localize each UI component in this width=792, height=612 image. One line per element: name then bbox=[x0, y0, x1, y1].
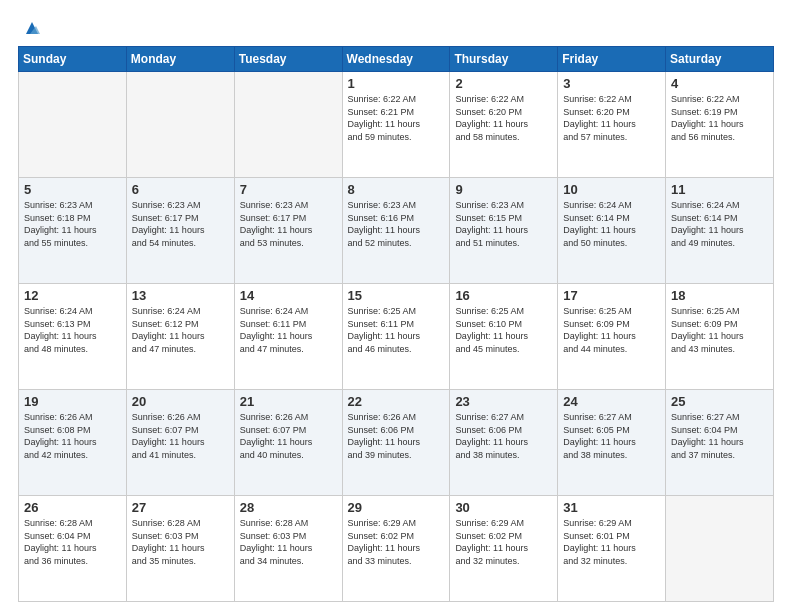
day-info: Sunrise: 6:29 AM Sunset: 6:02 PM Dayligh… bbox=[348, 517, 445, 567]
calendar-cell: 8Sunrise: 6:23 AM Sunset: 6:16 PM Daylig… bbox=[342, 178, 450, 284]
calendar-cell: 16Sunrise: 6:25 AM Sunset: 6:10 PM Dayli… bbox=[450, 284, 558, 390]
calendar-cell: 19Sunrise: 6:26 AM Sunset: 6:08 PM Dayli… bbox=[19, 390, 127, 496]
day-info: Sunrise: 6:26 AM Sunset: 6:08 PM Dayligh… bbox=[24, 411, 121, 461]
calendar-week-row: 26Sunrise: 6:28 AM Sunset: 6:04 PM Dayli… bbox=[19, 496, 774, 602]
day-number: 28 bbox=[240, 500, 337, 515]
calendar-week-row: 19Sunrise: 6:26 AM Sunset: 6:08 PM Dayli… bbox=[19, 390, 774, 496]
day-info: Sunrise: 6:22 AM Sunset: 6:19 PM Dayligh… bbox=[671, 93, 768, 143]
day-info: Sunrise: 6:28 AM Sunset: 6:03 PM Dayligh… bbox=[132, 517, 229, 567]
day-number: 4 bbox=[671, 76, 768, 91]
day-number: 6 bbox=[132, 182, 229, 197]
page: SundayMondayTuesdayWednesdayThursdayFrid… bbox=[0, 0, 792, 612]
day-info: Sunrise: 6:22 AM Sunset: 6:20 PM Dayligh… bbox=[563, 93, 660, 143]
calendar-cell bbox=[126, 72, 234, 178]
day-info: Sunrise: 6:24 AM Sunset: 6:14 PM Dayligh… bbox=[563, 199, 660, 249]
calendar-cell: 5Sunrise: 6:23 AM Sunset: 6:18 PM Daylig… bbox=[19, 178, 127, 284]
day-info: Sunrise: 6:25 AM Sunset: 6:09 PM Dayligh… bbox=[563, 305, 660, 355]
day-info: Sunrise: 6:24 AM Sunset: 6:12 PM Dayligh… bbox=[132, 305, 229, 355]
day-info: Sunrise: 6:27 AM Sunset: 6:04 PM Dayligh… bbox=[671, 411, 768, 461]
day-info: Sunrise: 6:22 AM Sunset: 6:21 PM Dayligh… bbox=[348, 93, 445, 143]
calendar-cell: 9Sunrise: 6:23 AM Sunset: 6:15 PM Daylig… bbox=[450, 178, 558, 284]
weekday-header-sunday: Sunday bbox=[19, 47, 127, 72]
day-info: Sunrise: 6:29 AM Sunset: 6:02 PM Dayligh… bbox=[455, 517, 552, 567]
calendar-cell: 3Sunrise: 6:22 AM Sunset: 6:20 PM Daylig… bbox=[558, 72, 666, 178]
calendar-cell bbox=[666, 496, 774, 602]
day-info: Sunrise: 6:24 AM Sunset: 6:14 PM Dayligh… bbox=[671, 199, 768, 249]
calendar-week-row: 1Sunrise: 6:22 AM Sunset: 6:21 PM Daylig… bbox=[19, 72, 774, 178]
calendar-cell: 30Sunrise: 6:29 AM Sunset: 6:02 PM Dayli… bbox=[450, 496, 558, 602]
weekday-header-row: SundayMondayTuesdayWednesdayThursdayFrid… bbox=[19, 47, 774, 72]
day-number: 2 bbox=[455, 76, 552, 91]
day-info: Sunrise: 6:25 AM Sunset: 6:10 PM Dayligh… bbox=[455, 305, 552, 355]
day-info: Sunrise: 6:26 AM Sunset: 6:07 PM Dayligh… bbox=[132, 411, 229, 461]
calendar-cell: 20Sunrise: 6:26 AM Sunset: 6:07 PM Dayli… bbox=[126, 390, 234, 496]
calendar-cell: 13Sunrise: 6:24 AM Sunset: 6:12 PM Dayli… bbox=[126, 284, 234, 390]
day-number: 30 bbox=[455, 500, 552, 515]
day-number: 22 bbox=[348, 394, 445, 409]
day-number: 21 bbox=[240, 394, 337, 409]
calendar-cell: 29Sunrise: 6:29 AM Sunset: 6:02 PM Dayli… bbox=[342, 496, 450, 602]
day-number: 9 bbox=[455, 182, 552, 197]
calendar-cell: 14Sunrise: 6:24 AM Sunset: 6:11 PM Dayli… bbox=[234, 284, 342, 390]
day-info: Sunrise: 6:29 AM Sunset: 6:01 PM Dayligh… bbox=[563, 517, 660, 567]
calendar-cell: 2Sunrise: 6:22 AM Sunset: 6:20 PM Daylig… bbox=[450, 72, 558, 178]
day-info: Sunrise: 6:26 AM Sunset: 6:06 PM Dayligh… bbox=[348, 411, 445, 461]
day-number: 23 bbox=[455, 394, 552, 409]
day-number: 10 bbox=[563, 182, 660, 197]
calendar-cell: 15Sunrise: 6:25 AM Sunset: 6:11 PM Dayli… bbox=[342, 284, 450, 390]
calendar-cell: 31Sunrise: 6:29 AM Sunset: 6:01 PM Dayli… bbox=[558, 496, 666, 602]
calendar-cell: 4Sunrise: 6:22 AM Sunset: 6:19 PM Daylig… bbox=[666, 72, 774, 178]
calendar-cell: 11Sunrise: 6:24 AM Sunset: 6:14 PM Dayli… bbox=[666, 178, 774, 284]
day-number: 19 bbox=[24, 394, 121, 409]
calendar-cell: 22Sunrise: 6:26 AM Sunset: 6:06 PM Dayli… bbox=[342, 390, 450, 496]
day-number: 24 bbox=[563, 394, 660, 409]
day-info: Sunrise: 6:28 AM Sunset: 6:03 PM Dayligh… bbox=[240, 517, 337, 567]
weekday-header-friday: Friday bbox=[558, 47, 666, 72]
day-number: 12 bbox=[24, 288, 121, 303]
day-info: Sunrise: 6:22 AM Sunset: 6:20 PM Dayligh… bbox=[455, 93, 552, 143]
day-number: 11 bbox=[671, 182, 768, 197]
day-info: Sunrise: 6:28 AM Sunset: 6:04 PM Dayligh… bbox=[24, 517, 121, 567]
day-number: 18 bbox=[671, 288, 768, 303]
day-info: Sunrise: 6:23 AM Sunset: 6:17 PM Dayligh… bbox=[240, 199, 337, 249]
calendar-cell: 21Sunrise: 6:26 AM Sunset: 6:07 PM Dayli… bbox=[234, 390, 342, 496]
day-number: 17 bbox=[563, 288, 660, 303]
day-number: 31 bbox=[563, 500, 660, 515]
calendar-cell: 18Sunrise: 6:25 AM Sunset: 6:09 PM Dayli… bbox=[666, 284, 774, 390]
day-number: 29 bbox=[348, 500, 445, 515]
day-number: 3 bbox=[563, 76, 660, 91]
day-number: 8 bbox=[348, 182, 445, 197]
day-info: Sunrise: 6:24 AM Sunset: 6:11 PM Dayligh… bbox=[240, 305, 337, 355]
calendar-cell: 17Sunrise: 6:25 AM Sunset: 6:09 PM Dayli… bbox=[558, 284, 666, 390]
calendar-cell bbox=[19, 72, 127, 178]
logo bbox=[18, 18, 42, 38]
day-info: Sunrise: 6:27 AM Sunset: 6:06 PM Dayligh… bbox=[455, 411, 552, 461]
weekday-header-monday: Monday bbox=[126, 47, 234, 72]
day-info: Sunrise: 6:24 AM Sunset: 6:13 PM Dayligh… bbox=[24, 305, 121, 355]
calendar-week-row: 5Sunrise: 6:23 AM Sunset: 6:18 PM Daylig… bbox=[19, 178, 774, 284]
day-number: 5 bbox=[24, 182, 121, 197]
day-info: Sunrise: 6:23 AM Sunset: 6:16 PM Dayligh… bbox=[348, 199, 445, 249]
calendar-cell: 25Sunrise: 6:27 AM Sunset: 6:04 PM Dayli… bbox=[666, 390, 774, 496]
calendar-table: SundayMondayTuesdayWednesdayThursdayFrid… bbox=[18, 46, 774, 602]
calendar-cell: 10Sunrise: 6:24 AM Sunset: 6:14 PM Dayli… bbox=[558, 178, 666, 284]
calendar-cell: 23Sunrise: 6:27 AM Sunset: 6:06 PM Dayli… bbox=[450, 390, 558, 496]
calendar-cell: 26Sunrise: 6:28 AM Sunset: 6:04 PM Dayli… bbox=[19, 496, 127, 602]
day-number: 14 bbox=[240, 288, 337, 303]
day-number: 13 bbox=[132, 288, 229, 303]
day-info: Sunrise: 6:27 AM Sunset: 6:05 PM Dayligh… bbox=[563, 411, 660, 461]
calendar-cell: 28Sunrise: 6:28 AM Sunset: 6:03 PM Dayli… bbox=[234, 496, 342, 602]
calendar-cell bbox=[234, 72, 342, 178]
logo-icon bbox=[22, 18, 42, 38]
day-number: 7 bbox=[240, 182, 337, 197]
day-number: 1 bbox=[348, 76, 445, 91]
calendar-cell: 27Sunrise: 6:28 AM Sunset: 6:03 PM Dayli… bbox=[126, 496, 234, 602]
day-info: Sunrise: 6:26 AM Sunset: 6:07 PM Dayligh… bbox=[240, 411, 337, 461]
day-number: 16 bbox=[455, 288, 552, 303]
calendar-cell: 24Sunrise: 6:27 AM Sunset: 6:05 PM Dayli… bbox=[558, 390, 666, 496]
calendar-cell: 6Sunrise: 6:23 AM Sunset: 6:17 PM Daylig… bbox=[126, 178, 234, 284]
header bbox=[18, 18, 774, 38]
weekday-header-thursday: Thursday bbox=[450, 47, 558, 72]
weekday-header-tuesday: Tuesday bbox=[234, 47, 342, 72]
day-number: 20 bbox=[132, 394, 229, 409]
